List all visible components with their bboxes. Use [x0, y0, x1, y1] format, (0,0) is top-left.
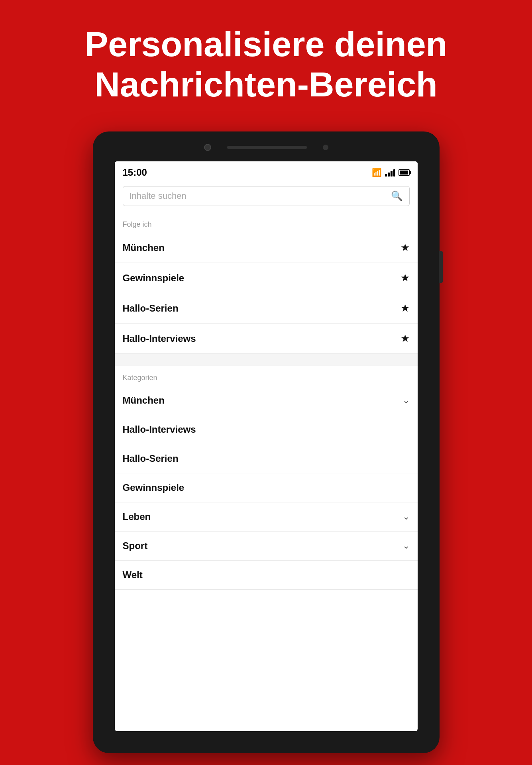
tablet-bezel-top	[93, 131, 440, 163]
list-item-text: Leben	[123, 511, 151, 522]
search-container: Inhalte suchen 🔍	[115, 182, 418, 212]
list-item-text: München	[123, 242, 165, 253]
list-item-text: Gewinnspiele	[123, 273, 185, 284]
list-item[interactable]: Gewinnspiele	[115, 473, 418, 502]
search-icon[interactable]: 🔍	[391, 190, 403, 202]
tablet-power-button[interactable]	[439, 251, 443, 283]
speaker-bar	[227, 146, 307, 149]
list-item[interactable]: Welt	[115, 561, 418, 590]
list-item[interactable]: München ⌄	[115, 386, 418, 415]
chevron-down-icon[interactable]: ⌄	[402, 541, 410, 551]
signal-bar-4	[393, 169, 395, 177]
chevron-down-icon[interactable]: ⌄	[402, 395, 410, 406]
tablet-frame: 15:00 📶 Inhalte suche	[93, 131, 440, 753]
wifi-icon: 📶	[372, 168, 382, 177]
star-icon[interactable]: ★	[400, 302, 410, 314]
header-title: Personalisiere deinen Nachrichten-Bereic…	[16, 24, 516, 104]
tablet-wrapper: 15:00 📶 Inhalte suche	[93, 131, 440, 753]
star-icon[interactable]: ★	[400, 241, 410, 254]
list-item-sport[interactable]: Sport ⌄	[115, 532, 418, 561]
status-bar: 15:00 📶	[115, 161, 418, 182]
battery-icon	[399, 169, 410, 176]
followed-section-label: Folge ich	[115, 212, 418, 233]
categories-section-label: Kategorien	[115, 366, 418, 386]
list-item[interactable]: Hallo-Interviews ★	[115, 324, 418, 354]
chevron-down-icon[interactable]: ⌄	[402, 512, 410, 522]
list-item-text: München	[123, 395, 165, 406]
signal-bar-1	[385, 174, 387, 177]
status-icons: 📶	[372, 168, 410, 177]
signal-bars	[385, 169, 395, 177]
list-item[interactable]: Leben ⌄	[115, 502, 418, 532]
star-icon[interactable]: ★	[400, 272, 410, 284]
list-item-text: Hallo-Interviews	[123, 333, 196, 344]
list-item-text: Sport	[123, 540, 148, 551]
list-item-text: Hallo-Interviews	[123, 424, 196, 435]
front-camera-left	[204, 144, 211, 151]
battery-fill	[400, 171, 408, 175]
list-item[interactable]: Gewinnspiele ★	[115, 263, 418, 293]
tablet-screen: 15:00 📶 Inhalte suche	[115, 161, 418, 731]
signal-bar-3	[391, 171, 393, 177]
search-bar[interactable]: Inhalte suchen 🔍	[123, 186, 410, 206]
front-camera-right	[323, 145, 328, 150]
list-item-text: Welt	[123, 569, 143, 581]
star-icon[interactable]: ★	[400, 332, 410, 345]
list-item[interactable]: München ★	[115, 233, 418, 263]
list-item-text: Hallo-Serien	[123, 303, 179, 314]
list-item-text: Hallo-Serien	[123, 453, 179, 464]
signal-bar-2	[388, 173, 390, 177]
status-time: 15:00	[123, 167, 147, 178]
header-area: Personalisiere deinen Nachrichten-Bereic…	[0, 0, 532, 136]
search-input[interactable]: Inhalte suchen	[130, 191, 391, 201]
list-item-text: Gewinnspiele	[123, 482, 185, 493]
list-item[interactable]: Hallo-Interviews	[115, 415, 418, 444]
list-item[interactable]: Hallo-Serien ★	[115, 293, 418, 324]
section-divider	[115, 354, 418, 366]
list-item[interactable]: Hallo-Serien	[115, 444, 418, 473]
